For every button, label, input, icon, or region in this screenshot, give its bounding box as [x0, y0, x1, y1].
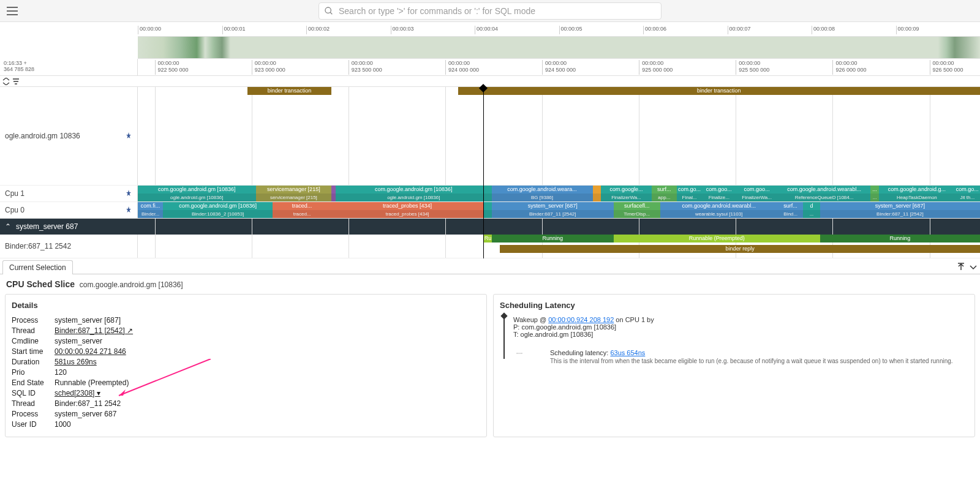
process-header-system-server[interactable]: ⌃system_server 687	[0, 219, 980, 235]
mini-tick: 00:00:07	[728, 26, 751, 34]
wakeup-ts-link[interactable]: 00:00:00.924 208 192	[548, 316, 614, 323]
cpu-slice-sub[interactable]: traced_probes [434]	[331, 210, 483, 218]
cpu-slice[interactable]: com.go...	[955, 186, 980, 194]
expand-down-icon[interactable]	[969, 263, 978, 271]
track-label-process[interactable]: ogle.android.gm 10836	[0, 87, 138, 185]
cpu-slice[interactable]	[483, 202, 492, 210]
mini-tick: 00:00:03	[391, 26, 414, 34]
cpu-slice[interactable]: ...	[870, 186, 879, 194]
filter-icon[interactable]	[12, 78, 20, 85]
tracks-area[interactable]: ogle.android.gm 10836binder transactionb…	[0, 87, 980, 258]
sched-slice[interactable]: Running	[492, 235, 614, 242]
sched-latency-link[interactable]: 63us 654ns	[610, 349, 645, 356]
cpu-slice[interactable]: com.google.android.gm [10836]	[138, 186, 256, 194]
cpu-slice-sub[interactable]: Binder:687_11 [2542]	[492, 210, 614, 218]
cpu-slice-sub[interactable]: Bind...	[778, 210, 803, 218]
cpu-slice[interactable]: com.google.android.g...	[879, 186, 955, 194]
pin-icon[interactable]	[125, 132, 132, 140]
mini-tick: 00:00:02	[306, 26, 330, 34]
latency-timeline-icon	[503, 316, 505, 359]
cpu-slice[interactable]: system_server [687]	[492, 202, 614, 210]
cpu-slice-sub[interactable]: traced...	[273, 210, 331, 218]
binder-slice[interactable]: binder transaction	[458, 87, 981, 95]
sqlid-link[interactable]: sched[2308] ▾	[55, 389, 100, 397]
search-box[interactable]	[318, 2, 662, 20]
cpu-slice-sub[interactable]: app...	[652, 194, 677, 201]
thread-link[interactable]: Binder:687_11 [2542] ↗	[55, 326, 133, 335]
mini-tick: 00:00:00	[138, 26, 161, 34]
latency-card: Scheduling Latency Wakeup @ 00:00:00.924…	[493, 294, 975, 437]
cpu-slice[interactable]: system_server [687]	[820, 202, 980, 210]
cpu-slice[interactable]: com.google.android.wearabl...	[778, 186, 870, 194]
cpu-slice[interactable]	[593, 186, 601, 194]
cpu-slice-sub[interactable]: servicemanager [215]	[256, 194, 332, 201]
time-marker[interactable]	[483, 87, 484, 258]
duration-link[interactable]: 581us 269ns	[55, 358, 97, 366]
cpu-slice[interactable]: traced...	[273, 202, 331, 210]
cpu-slice[interactable]: surfacefl...	[614, 202, 660, 210]
details-heading: Details	[12, 301, 480, 310]
binder-reply-slice[interactable]: binder reply	[500, 245, 980, 253]
overview-strip[interactable]	[138, 37, 980, 59]
cpu-slice-sub[interactable]: FinalizerWa...	[736, 194, 778, 201]
cpu-slice-sub[interactable]: ...	[803, 210, 820, 218]
cpu-slice[interactable]: d	[803, 202, 820, 210]
cpu-slice-sub[interactable]: FinalizerWa...	[601, 194, 652, 201]
cpu-slice[interactable]: surf...	[652, 186, 677, 194]
cpu-slice[interactable]: com.goo...	[736, 186, 778, 194]
cpu-slice-sub[interactable]: ogle.android.gm [10836]	[336, 194, 491, 201]
cpu-slice-sub[interactable]	[593, 194, 601, 201]
cpu-slice-sub[interactable]: Binder...	[138, 210, 163, 218]
binder-slice[interactable]: binder transaction	[247, 87, 332, 95]
chevron-up-icon: ⌃	[5, 222, 11, 231]
cpu-slice-sub[interactable]: wearable.sysui [1103]	[660, 210, 778, 218]
track-label-cpu0[interactable]: Cpu 0	[0, 202, 138, 218]
tab-current-selection[interactable]: Current Selection	[2, 260, 73, 274]
latency-heading: Scheduling Latency	[500, 301, 968, 310]
cpu-slice[interactable]: surf...	[778, 202, 803, 210]
cpu-slice[interactable]: com.go...	[677, 186, 702, 194]
sched-slice[interactable]: Runnable (Preempted)	[614, 235, 820, 242]
cpu-slice-sub[interactable]: HeapTaskDaemon	[879, 194, 955, 201]
cpu-slice[interactable]: com.google.android.weara...	[492, 186, 593, 194]
cpu-slice[interactable]	[331, 186, 336, 194]
sched-slice[interactable]: Running	[820, 235, 980, 242]
main-tick: 00:00:00922 500 000	[155, 60, 189, 75]
cpu-slice[interactable]: com.goo...	[702, 186, 736, 194]
cpu-slice[interactable]: com.google.android.gm [10836]	[336, 186, 491, 194]
mini-tick: 00:00:05	[559, 26, 582, 34]
search-input[interactable]	[339, 6, 656, 16]
cpu-slice-sub[interactable]: ogle.android.gm [10836]	[138, 194, 256, 201]
start-time-link[interactable]: 00:00:00.924 271 846	[55, 347, 126, 356]
main-tick: 00:00:00926 500 000	[930, 60, 963, 75]
cpu-slice[interactable]: servicemanager [215]	[256, 186, 332, 194]
cpu-slice-sub[interactable]: ReferenceQueueD [1084...	[778, 194, 870, 201]
cpu-slice-sub[interactable]: Finalize...	[702, 194, 736, 201]
track-label-binder-thread[interactable]: Binder:687_11 2542	[0, 235, 138, 258]
cpu-slice[interactable]: traced_probes [434]	[331, 202, 483, 210]
cpu-slice-sub[interactable]: Binder:10836_2 [10853]	[163, 210, 273, 218]
details-card: Details Processsystem_server [687] Threa…	[5, 294, 487, 437]
mini-tick: 00:00:04	[475, 26, 498, 34]
cpu-slice-sub[interactable]: ...	[870, 194, 879, 201]
pin-icon[interactable]	[125, 206, 132, 214]
cpu-slice[interactable]: com.fi...	[138, 202, 163, 210]
main-time-ruler[interactable]: 0:16:33 + 364 785 828 00:00:00922 500 00…	[0, 59, 980, 76]
menu-icon[interactable]	[5, 4, 20, 18]
cpu-slice[interactable]: com.google...	[601, 186, 652, 194]
pin-icon[interactable]	[125, 190, 132, 197]
cpu-slice-sub[interactable]: Jit th...	[955, 194, 980, 201]
cpu-slice-sub[interactable]: Binder:687_11 [2542]	[820, 210, 980, 218]
cpu-slice-sub[interactable]: TimerDisp...	[614, 210, 660, 218]
cpu-slice-sub[interactable]	[331, 194, 336, 201]
cpu-slice[interactable]: com.google.android.wearabl...	[660, 202, 778, 210]
cpu-slice-sub[interactable]: Final...	[677, 194, 702, 201]
cpu-slice[interactable]: com.google.android.gm [10836]	[163, 202, 273, 210]
sched-slice[interactable]: Ru...	[483, 235, 492, 242]
collapse-icon[interactable]	[2, 78, 10, 85]
cpu-slice-sub[interactable]	[483, 210, 492, 218]
cpu-slice-sub[interactable]: BG [9386]	[492, 194, 593, 201]
move-up-icon[interactable]	[957, 263, 965, 271]
track-label-cpu1[interactable]: Cpu 1	[0, 186, 138, 201]
overview-ruler[interactable]: 00:00:0000:00:0100:00:0200:00:0300:00:04…	[138, 22, 980, 37]
